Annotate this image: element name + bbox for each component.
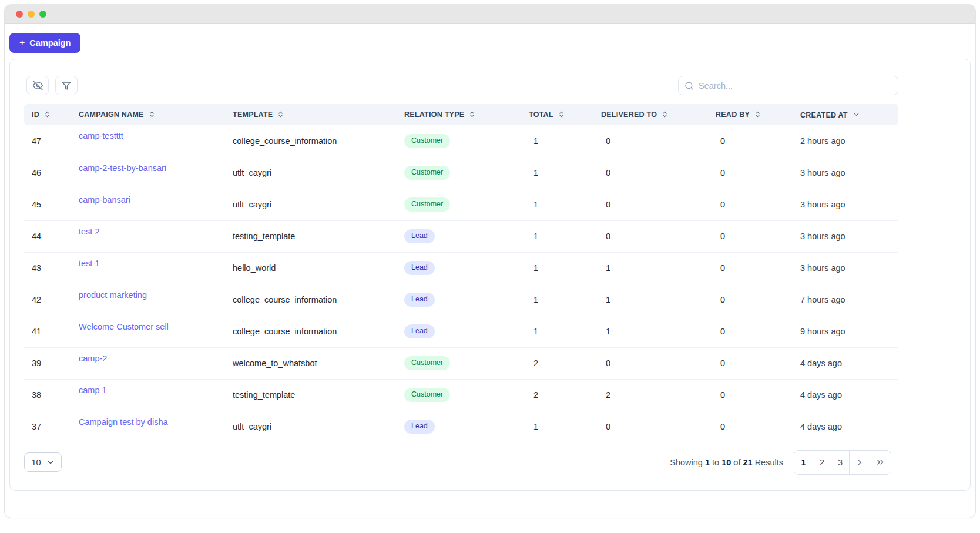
page-button-3[interactable]: 3 — [831, 451, 849, 474]
cell-total: 1 — [529, 316, 601, 347]
column-header-name[interactable]: CAMPAIGN NAME — [79, 104, 233, 125]
table-row: 45camp-bansariutlt_caygriCustomer1003 ho… — [24, 189, 898, 220]
column-header-id[interactable]: ID — [24, 104, 79, 125]
add-campaign-button[interactable]: + Campaign — [9, 33, 80, 53]
close-window-button[interactable] — [16, 11, 23, 18]
cell-id: 44 — [24, 220, 79, 252]
cell-created-at: 4 days ago — [800, 411, 898, 443]
table-row: 41Welcome Customer sellcollege_course_in… — [24, 316, 898, 347]
cell-delivered-to: 0 — [601, 157, 716, 189]
cell-total: 1 — [529, 411, 601, 443]
campaign-name-link[interactable]: camp 1 — [79, 385, 107, 395]
sort-desc-icon — [852, 110, 861, 119]
cell-campaign-name: camp-2 — [79, 347, 233, 379]
column-header-created[interactable]: CREATED AT — [800, 104, 898, 125]
plus-icon: + — [19, 38, 25, 48]
column-header-total[interactable]: TOTAL — [529, 104, 601, 125]
cell-read-by: 0 — [716, 157, 800, 189]
cell-read-by: 0 — [716, 379, 800, 411]
page-size-value: 10 — [31, 458, 41, 467]
relation-type-badge: Customer — [404, 388, 450, 402]
relation-type-badge: Customer — [404, 134, 450, 148]
filter-button[interactable] — [55, 76, 78, 95]
cell-total: 1 — [529, 252, 601, 284]
cell-total: 1 — [529, 220, 601, 252]
cell-id: 45 — [24, 189, 79, 220]
eye-off-icon — [33, 81, 43, 90]
cell-relation-type: Lead — [404, 252, 529, 284]
relation-type-badge: Lead — [404, 293, 435, 307]
cell-campaign-name: Welcome Customer sell — [79, 316, 233, 347]
table-header-row: IDCAMPAIGN NAMETEMPLATERELATION TYPETOTA… — [24, 104, 898, 125]
cell-read-by: 0 — [716, 220, 800, 252]
sort-icon — [43, 110, 51, 118]
cell-id: 42 — [24, 284, 79, 316]
sort-icon — [754, 110, 761, 118]
column-header-read[interactable]: READ BY — [716, 104, 800, 125]
cell-relation-type: Customer — [404, 157, 529, 189]
cell-relation-type: Lead — [404, 316, 529, 347]
relation-type-badge: Lead — [404, 420, 435, 434]
campaign-name-link[interactable]: product marketing — [79, 290, 147, 300]
cell-total: 2 — [529, 347, 601, 379]
campaign-name-link[interactable]: Campaign test by disha — [79, 417, 168, 427]
cell-campaign-name: camp-testttt — [79, 125, 233, 157]
cell-template: welcome_to_whatsbot — [233, 347, 404, 379]
cell-created-at: 2 hours ago — [800, 125, 898, 157]
chevron-down-icon — [46, 458, 55, 467]
column-header-delivered[interactable]: DELIVERED TO — [601, 104, 716, 125]
cell-read-by: 0 — [716, 411, 800, 443]
zoom-window-button[interactable] — [39, 11, 46, 18]
cell-read-by: 0 — [716, 316, 800, 347]
filter-icon — [62, 81, 71, 90]
cell-relation-type: Customer — [404, 125, 529, 157]
table-row: 42product marketingcollege_course_inform… — [24, 284, 898, 316]
column-header-template[interactable]: TEMPLATE — [233, 104, 404, 125]
sort-icon — [277, 110, 284, 118]
campaigns-card: IDCAMPAIGN NAMETEMPLATERELATION TYPETOTA… — [9, 59, 971, 491]
cell-delivered-to: 0 — [601, 125, 716, 157]
cell-template: college_course_information — [233, 284, 404, 316]
cell-delivered-to: 1 — [601, 252, 716, 284]
campaign-name-link[interactable]: camp-2-test-by-bansari — [79, 163, 166, 173]
table-row: 44test 2testing_templateLead1003 hours a… — [24, 220, 898, 252]
page-size-select[interactable]: 10 — [24, 452, 62, 472]
page-button-1[interactable]: 1 — [794, 451, 813, 474]
table-row: 43test 1hello_worldLead1103 hours ago — [24, 252, 898, 284]
minimize-window-button[interactable] — [28, 11, 35, 18]
page-button-2[interactable]: 2 — [813, 451, 831, 474]
campaign-name-link[interactable]: camp-bansari — [79, 195, 130, 205]
relation-type-badge: Lead — [404, 261, 435, 275]
search-box — [678, 76, 898, 95]
cell-total: 1 — [529, 125, 601, 157]
sort-icon — [661, 110, 669, 118]
cell-relation-type: Lead — [404, 284, 529, 316]
toggle-columns-button[interactable] — [26, 76, 49, 95]
last-page-button[interactable] — [870, 451, 891, 474]
add-campaign-label: Campaign — [29, 38, 71, 48]
campaign-name-link[interactable]: test 1 — [79, 259, 99, 268]
cell-delivered-to: 0 — [601, 220, 716, 252]
campaign-name-link[interactable]: test 2 — [79, 227, 99, 236]
cell-template: college_course_information — [233, 125, 404, 157]
results-total: 21 — [743, 458, 752, 467]
cell-id: 47 — [24, 125, 79, 157]
campaigns-table: IDCAMPAIGN NAMETEMPLATERELATION TYPETOTA… — [24, 104, 898, 443]
cell-created-at: 4 days ago — [800, 347, 898, 379]
next-page-button[interactable] — [849, 451, 870, 474]
cell-total: 1 — [529, 284, 601, 316]
campaign-name-link[interactable]: Welcome Customer sell — [79, 322, 169, 331]
column-header-relation[interactable]: RELATION TYPE — [404, 104, 529, 125]
cell-created-at: 4 days ago — [800, 379, 898, 411]
campaign-name-link[interactable]: camp-2 — [79, 354, 107, 363]
cell-id: 37 — [24, 411, 79, 443]
campaign-name-link[interactable]: camp-testttt — [79, 131, 123, 140]
cell-total: 1 — [529, 157, 601, 189]
cell-created-at: 3 hours ago — [800, 189, 898, 220]
search-input[interactable] — [699, 81, 892, 90]
cell-template: utlt_caygri — [233, 157, 404, 189]
cell-created-at: 7 hours ago — [800, 284, 898, 316]
cell-campaign-name: test 2 — [79, 220, 233, 252]
cell-template: hello_world — [233, 252, 404, 284]
table-row: 46camp-2-test-by-bansariutlt_caygriCusto… — [24, 157, 898, 189]
